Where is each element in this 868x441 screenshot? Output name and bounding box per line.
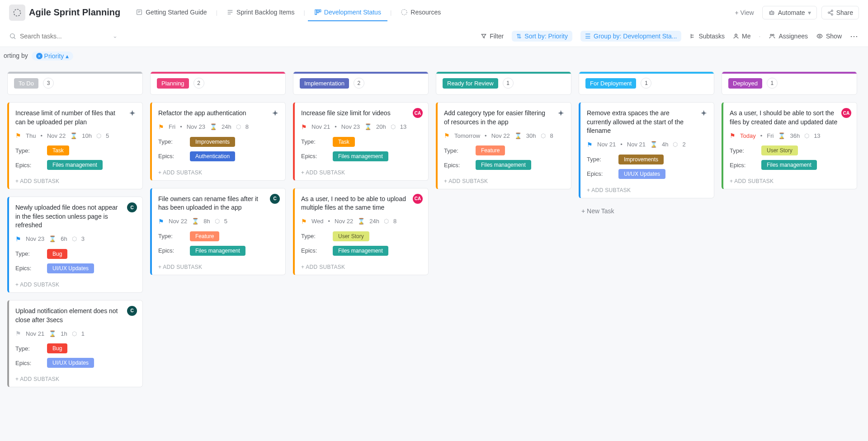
tab-separator: | (216, 9, 217, 16)
tab-sprint-backlog-items[interactable]: Sprint Backlog Items (220, 4, 301, 21)
search-input[interactable] (20, 33, 109, 40)
task-card[interactable]: CAIncrease file size limit for videos⚑No… (293, 102, 429, 181)
epic-tag[interactable]: UI/UX Updates (618, 169, 665, 179)
column-to-do: To Do3✦Increase limit of number of files… (7, 71, 143, 387)
add-subtask-button[interactable]: + ADD SUBTASK (301, 260, 422, 270)
add-subtask-button[interactable]: + ADD SUBTASK (15, 174, 136, 184)
epic-tag[interactable]: UI/UX Updates (47, 358, 94, 368)
add-subtask-button[interactable]: + ADD SUBTASK (158, 166, 279, 176)
share-label: Share (836, 9, 853, 16)
epic-tag[interactable]: UI/UX Updates (47, 263, 94, 273)
due-date: Nov 22 (335, 218, 353, 225)
subtasks-icon (689, 33, 696, 39)
flag-icon[interactable]: ⚑ (158, 218, 164, 225)
add-subtask-button[interactable]: + ADD SUBTASK (158, 260, 279, 270)
task-card[interactable]: CAAs a user, I need to be able to upload… (293, 188, 429, 275)
filter-button[interactable]: Filter (481, 33, 504, 40)
flag-icon[interactable]: ⚑ (444, 132, 450, 139)
avatar[interactable]: CA (413, 108, 423, 118)
automate-button[interactable]: Automate ▾ (762, 6, 817, 19)
sparkle-icon: ✦ (698, 108, 708, 118)
new-task-button[interactable]: + New Task (579, 206, 714, 216)
avatar[interactable]: CA (841, 108, 851, 118)
type-tag[interactable]: Bug (47, 249, 67, 259)
column-header[interactable]: Deployed1 (722, 71, 857, 95)
sort-chip[interactable]: × Priority ▴ (32, 52, 74, 61)
type-tag[interactable]: Bug (47, 343, 67, 353)
type-tag[interactable]: Feature (476, 145, 505, 155)
type-tag[interactable]: User Story (333, 231, 369, 241)
points: 8 (245, 123, 249, 130)
epic-tag[interactable]: Files management (333, 151, 388, 161)
task-card[interactable]: ✦Add category type for easier filtering … (436, 102, 571, 189)
type-field: Type:Feature (158, 231, 279, 241)
type-tag[interactable]: Task (333, 137, 355, 147)
add-view-button[interactable]: + View (731, 5, 759, 20)
epic-tag[interactable]: Authentication (190, 151, 235, 161)
flag-icon[interactable]: ⚑ (587, 141, 593, 148)
type-field: Type:Bug (15, 249, 136, 259)
flag-icon[interactable]: ⚑ (15, 235, 21, 243)
task-card[interactable]: CAAs a user, I should be able to sort th… (722, 102, 857, 189)
task-card[interactable]: ✦Increase limit of number of files that … (7, 102, 143, 189)
column-header[interactable]: Implementation2 (293, 71, 429, 95)
task-card[interactable]: ✦Remove extra spaces the are currently a… (579, 102, 714, 198)
task-card[interactable]: ✦Refactor the app authentication⚑Fri•Nov… (150, 102, 286, 181)
epic-tag[interactable]: Files management (190, 246, 245, 256)
add-subtask-button[interactable]: + ADD SUBTASK (301, 166, 422, 176)
flag-icon[interactable]: ⚑ (730, 132, 736, 139)
close-icon[interactable]: × (36, 53, 42, 59)
column-count: 1 (503, 78, 514, 89)
avatar[interactable]: C (270, 194, 280, 204)
column-header[interactable]: Ready for Review1 (436, 71, 571, 95)
task-card[interactable]: CNewly uploaded file does not appear in … (7, 197, 143, 293)
type-field: Type:Task (15, 145, 136, 155)
column-header[interactable]: To Do3 (7, 71, 143, 95)
assignees-button[interactable]: Assignees (769, 33, 808, 40)
task-meta: ⚑Wed•Nov 22⌛24h⬡8 (301, 218, 422, 225)
estimate: 24h (369, 218, 379, 225)
view-tabs: Getting Started Guide|Sprint Backlog Ite… (129, 4, 726, 21)
avatar[interactable]: CA (413, 194, 423, 204)
me-button[interactable]: Me (733, 33, 750, 40)
type-tag[interactable]: Task (47, 145, 69, 155)
share-button[interactable]: Share (821, 6, 859, 19)
flag-icon[interactable]: ⚑ (15, 132, 21, 139)
robot-icon (768, 9, 775, 16)
epic-tag[interactable]: Files management (476, 160, 531, 170)
sparkle-icon: ✦ (556, 108, 566, 118)
more-button[interactable]: ⋯ (850, 31, 859, 41)
type-tag[interactable]: Feature (190, 231, 219, 241)
search-box[interactable]: ⌄ (9, 33, 118, 40)
epic-tag[interactable]: Files management (761, 160, 817, 170)
group-by-button[interactable]: ☰ Group by: Development Sta... (580, 31, 681, 42)
tab-getting-started-guide[interactable]: Getting Started Guide (129, 4, 213, 21)
add-subtask-button[interactable]: + ADD SUBTASK (730, 174, 850, 184)
task-meta: ⚑Nov 21⌛1h⬡1 (15, 330, 136, 337)
epic-tag[interactable]: Files management (333, 246, 388, 256)
subtasks-button[interactable]: Subtasks (689, 33, 725, 40)
separator-dot: · (759, 33, 760, 40)
epic-tag[interactable]: Files management (47, 160, 103, 170)
show-button[interactable]: Show (816, 33, 842, 40)
avatar[interactable]: C (127, 306, 137, 316)
chevron-down-icon[interactable]: ⌄ (113, 33, 118, 39)
sort-by-button[interactable]: ⇅ Sort by: Priority (512, 31, 572, 42)
flag-icon[interactable]: ⚑ (301, 123, 307, 131)
type-tag[interactable]: Improvements (190, 137, 235, 147)
flag-icon[interactable]: ⚑ (15, 330, 21, 337)
type-tag[interactable]: User Story (761, 145, 798, 155)
tab-resources[interactable]: Resources (394, 4, 447, 21)
add-subtask-button[interactable]: + ADD SUBTASK (587, 183, 708, 193)
add-subtask-button[interactable]: + ADD SUBTASK (15, 372, 136, 382)
add-subtask-button[interactable]: + ADD SUBTASK (444, 174, 565, 184)
task-card[interactable]: CUpload notification element does not cl… (7, 300, 143, 387)
add-subtask-button[interactable]: + ADD SUBTASK (15, 278, 136, 288)
column-header[interactable]: For Deployment1 (579, 71, 714, 95)
tab-development-status[interactable]: Development Status (308, 4, 387, 21)
task-card[interactable]: CFile owners can rename files after it h… (150, 188, 286, 275)
column-header[interactable]: Planning2 (150, 71, 286, 95)
flag-icon[interactable]: ⚑ (158, 123, 164, 131)
flag-icon[interactable]: ⚑ (301, 218, 307, 225)
type-tag[interactable]: Improvements (618, 155, 664, 164)
